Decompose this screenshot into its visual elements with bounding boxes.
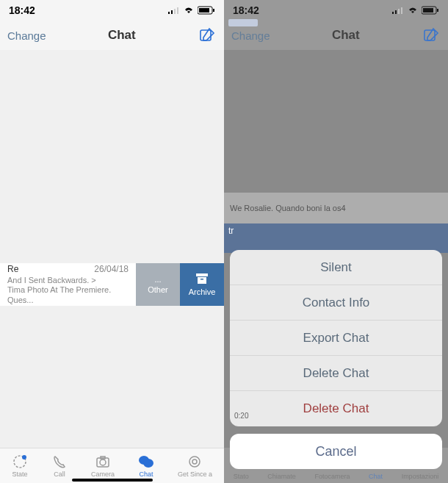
battery-icon bbox=[422, 6, 439, 15]
chat-list: Re 26/04/18 And I Sent Backwards. > Tima… bbox=[0, 50, 224, 448]
action-sheet: Silent Contact Info Export Chat Delete C… bbox=[230, 250, 442, 426]
swipe-other-label: Other bbox=[148, 285, 168, 294]
tab-state-label: State bbox=[12, 471, 27, 478]
tab-call-label: Call bbox=[54, 471, 65, 478]
svg-rect-23 bbox=[401, 7, 402, 14]
svg-rect-0 bbox=[168, 12, 170, 14]
action-delete-chat-1[interactable]: Delete Chat bbox=[230, 356, 442, 391]
left-screenshot: 18:42 Change Chat Re 26/04/18 bbox=[0, 0, 224, 483]
chat-name: Re bbox=[7, 264, 18, 274]
blurry-meta: 0:20 bbox=[234, 412, 438, 420]
status-bar: 18:42 bbox=[0, 0, 224, 21]
signal-icon bbox=[168, 7, 180, 14]
tab-settings[interactable]: Get Since a bbox=[178, 454, 212, 478]
tab-camera[interactable]: Camera bbox=[91, 454, 115, 478]
svg-point-19 bbox=[192, 459, 197, 464]
svg-point-17 bbox=[143, 459, 153, 468]
compose-button[interactable] bbox=[198, 26, 217, 45]
nav-title: Chat bbox=[108, 28, 136, 43]
svg-point-18 bbox=[189, 457, 200, 467]
chat-icon bbox=[138, 454, 154, 470]
svg-rect-20 bbox=[392, 12, 394, 14]
tab-bar: State Call Camera Chat Get Since a bbox=[0, 448, 224, 483]
chat-preview-line2: Tima Photo At The Premiere. Ques... bbox=[7, 285, 129, 304]
nav-change-button[interactable]: Change bbox=[231, 29, 270, 42]
svg-point-14 bbox=[100, 459, 106, 465]
svg-rect-26 bbox=[437, 9, 438, 12]
svg-rect-7 bbox=[200, 30, 211, 40]
action-export-chat[interactable]: Export Chat bbox=[230, 321, 442, 356]
status-time: 18:42 bbox=[9, 4, 35, 16]
wifi-icon bbox=[183, 6, 195, 15]
signal-icon bbox=[392, 7, 404, 14]
svg-rect-1 bbox=[171, 10, 173, 14]
btab-fotocamera: Fotocamera bbox=[314, 473, 350, 480]
svg-rect-22 bbox=[398, 9, 400, 14]
svg-point-12 bbox=[22, 455, 26, 459]
svg-rect-3 bbox=[177, 7, 178, 14]
swipe-archive-button[interactable]: Archive bbox=[180, 263, 224, 306]
archive-icon bbox=[195, 273, 209, 286]
compose-icon bbox=[423, 27, 439, 43]
svg-rect-8 bbox=[196, 273, 208, 276]
chat-date: 26/04/18 bbox=[94, 264, 129, 274]
blurred-chat-row: We Rosalie. Quando boni la os4 bbox=[224, 193, 448, 223]
tab-state[interactable]: State bbox=[12, 454, 28, 478]
nav-bar: Change Chat bbox=[0, 21, 224, 50]
right-screenshot: 18:42 Change Chat We Rosalie. Quando bon… bbox=[224, 0, 448, 483]
wifi-icon bbox=[407, 6, 419, 15]
home-indicator[interactable] bbox=[72, 479, 153, 482]
action-delete-chat-2[interactable]: Delete Chat bbox=[230, 391, 442, 426]
status-time: 18:42 bbox=[233, 4, 259, 16]
status-bar: 18:42 bbox=[224, 0, 448, 21]
action-contact-info[interactable]: Contact Info bbox=[230, 285, 442, 321]
swipe-archive-label: Archive bbox=[189, 287, 216, 296]
svg-rect-27 bbox=[424, 30, 435, 40]
action-silent[interactable]: Silent bbox=[230, 250, 442, 285]
blurred-text: We Rosalie. Quando boni la os4 bbox=[230, 204, 346, 212]
chat-row-content: Re 26/04/18 And I Sent Backwards. > Tima… bbox=[0, 263, 136, 306]
blurred-name: tr bbox=[224, 221, 238, 240]
tab-chat-label: Chat bbox=[139, 471, 153, 478]
battery-icon bbox=[198, 6, 215, 15]
chat-preview-line1: And I Sent Backwards. > bbox=[7, 276, 129, 285]
blurred-selected-row: tr bbox=[224, 223, 448, 253]
nav-change-button[interactable]: Change bbox=[7, 29, 46, 42]
nav-title: Chat bbox=[332, 28, 360, 43]
blurred-tab-bar: Stato Chiamate Fotocamera Chat Impostazi… bbox=[224, 432, 448, 483]
tab-chat[interactable]: Chat bbox=[138, 454, 154, 478]
btab-chat: Chat bbox=[369, 473, 383, 480]
svg-rect-25 bbox=[423, 8, 433, 12]
compose-button[interactable] bbox=[422, 26, 441, 45]
svg-rect-6 bbox=[213, 9, 214, 12]
svg-rect-2 bbox=[174, 9, 176, 14]
compose-icon bbox=[199, 27, 215, 43]
chat-row[interactable]: Re 26/04/18 And I Sent Backwards. > Tima… bbox=[0, 263, 224, 306]
tab-settings-label: Get Since a bbox=[178, 471, 212, 478]
btab-impostazioni: Impostazioni bbox=[402, 473, 439, 480]
svg-rect-21 bbox=[395, 10, 397, 14]
gear-icon bbox=[187, 454, 203, 470]
swipe-other-button[interactable]: ... Other bbox=[136, 263, 180, 306]
tab-camera-label: Camera bbox=[91, 471, 115, 478]
status-icons bbox=[168, 6, 215, 15]
svg-rect-10 bbox=[200, 279, 203, 280]
tab-call[interactable]: Call bbox=[51, 454, 68, 478]
dots-icon: ... bbox=[154, 275, 161, 284]
phone-icon bbox=[51, 454, 68, 470]
nav-bar: Change Chat bbox=[224, 21, 448, 50]
svg-rect-5 bbox=[199, 8, 209, 12]
camera-icon bbox=[95, 454, 111, 470]
status-icons bbox=[392, 6, 439, 15]
btab-chiamate: Chiamate bbox=[267, 473, 296, 480]
svg-rect-9 bbox=[198, 277, 206, 284]
state-icon bbox=[12, 454, 28, 470]
btab-stato: Stato bbox=[234, 473, 249, 480]
